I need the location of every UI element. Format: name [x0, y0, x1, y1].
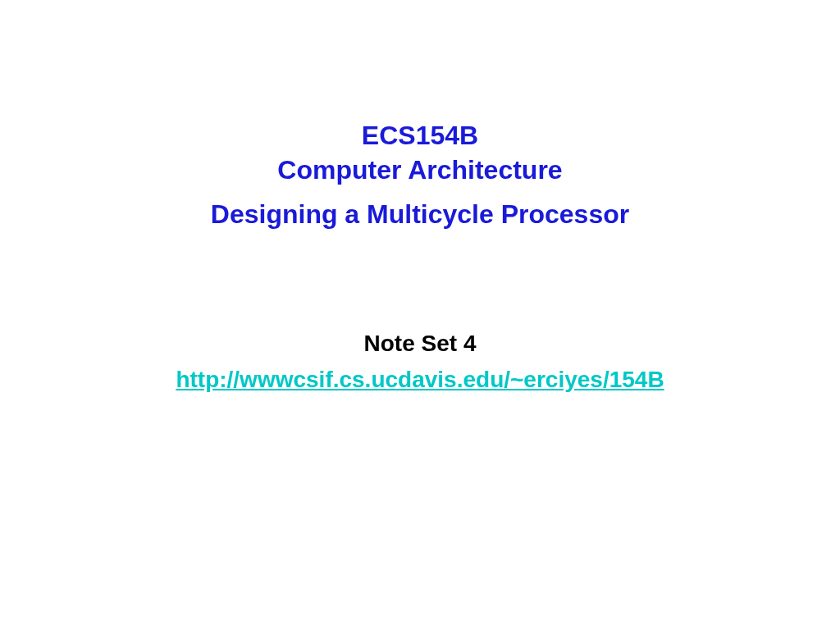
course-topic: Designing a Multicycle Processor — [0, 198, 840, 232]
note-set-label: Note Set 4 — [0, 331, 840, 357]
course-name: Computer Architecture — [0, 153, 840, 188]
title-block: ECS154B Computer Architecture Designing … — [0, 119, 840, 232]
course-url-link[interactable]: http://wwwcsif.cs.ucdavis.edu/~erciyes/1… — [176, 367, 664, 392]
course-code: ECS154B — [0, 119, 840, 153]
slide-container: ECS154B Computer Architecture Designing … — [0, 0, 840, 630]
